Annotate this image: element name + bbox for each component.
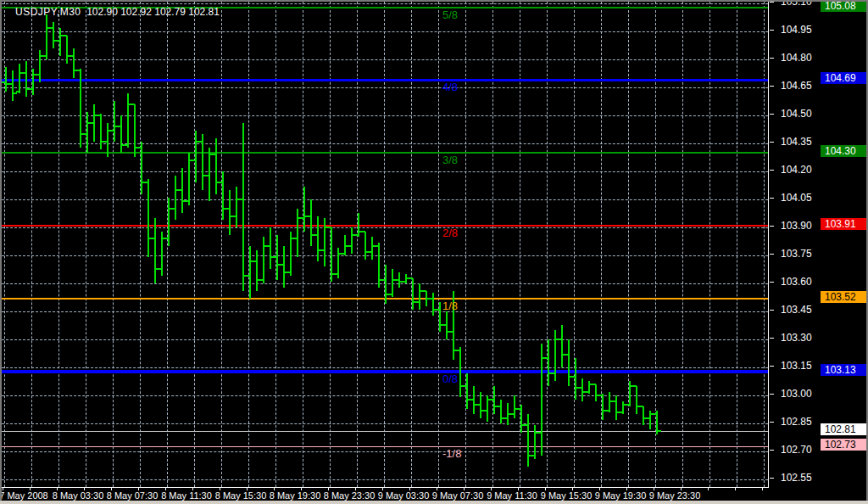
price-axis-tick xyxy=(770,198,774,199)
murrey-label-2-8: 2/8 xyxy=(442,227,458,238)
price-axis-label: 103.30 xyxy=(781,332,832,344)
price-level-badge: 103.52 xyxy=(821,291,868,303)
price-level-badge: 104.30 xyxy=(821,145,868,157)
time-axis-tick xyxy=(762,488,763,490)
price-axis-tick xyxy=(770,338,774,339)
price-axis-tick xyxy=(770,142,774,143)
window-border-bottom xyxy=(0,501,868,504)
murrey-label--1-8: -1/8 xyxy=(442,448,461,459)
ohlc-bar-path xyxy=(2,14,661,467)
price-axis-tick xyxy=(770,310,774,311)
price-axis-label: 104.20 xyxy=(781,164,832,176)
price-axis-label: 102.55 xyxy=(781,472,832,484)
time-axis-label: 9 May 23:30 xyxy=(639,490,710,501)
price-axis-tick xyxy=(770,478,774,479)
symbol-period-label: USDJPY,M30 xyxy=(15,6,81,18)
price-axis-tick xyxy=(770,58,774,59)
chart-plot-area[interactable]: USDJPY,M30 102.90 102.92 102.79 102.81 5… xyxy=(2,2,768,487)
price-axis-tick xyxy=(770,30,774,31)
window-border-top xyxy=(0,0,868,2)
price-axis-tick xyxy=(770,170,774,171)
price-level-badge: 104.69 xyxy=(821,72,868,84)
price-axis-label: 104.50 xyxy=(781,108,832,120)
ohlc-readout: 102.90 102.92 102.79 102.81 xyxy=(86,6,220,18)
price-axis-tick xyxy=(770,422,774,423)
price-axis-tick xyxy=(770,366,774,367)
price-axis-tick xyxy=(770,86,774,87)
chart-title: USDJPY,M30 102.90 102.92 102.79 102.81 xyxy=(15,6,220,18)
price-axis-label: 104.80 xyxy=(781,52,832,64)
price-axis-tick xyxy=(770,226,774,227)
price-axis-tick xyxy=(770,282,774,283)
price-axis-tick xyxy=(770,114,774,115)
price-level-badge: 102.73 xyxy=(821,439,868,451)
price-axis-label: 103.75 xyxy=(781,248,832,260)
time-axis-tick xyxy=(735,488,736,490)
window-border-left xyxy=(0,0,2,504)
price-level-badge: 103.13 xyxy=(821,364,868,376)
price-axis-tick xyxy=(770,450,774,451)
mt4-chart-window: USDJPY,M30 102.90 102.92 102.79 102.81 5… xyxy=(0,0,868,504)
price-axis[interactable]: 105.10104.95104.80104.65104.50104.35104.… xyxy=(769,0,868,501)
price-axis-tick xyxy=(770,2,774,3)
price-axis-label: 103.60 xyxy=(781,276,832,288)
murrey-label-0-8: 0/8 xyxy=(442,373,458,384)
ohlc-bars xyxy=(2,2,768,487)
bid-price-badge: 102.81 xyxy=(821,423,868,435)
murrey-label-3-8: 3/8 xyxy=(442,154,458,165)
price-axis-label: 104.05 xyxy=(781,192,832,204)
murrey-label-4-8: 4/8 xyxy=(442,81,458,92)
price-axis-tick xyxy=(770,254,774,255)
price-axis-label: 104.95 xyxy=(781,24,832,36)
price-level-badge: 103.91 xyxy=(821,218,868,230)
price-axis-tick xyxy=(770,394,774,395)
price-axis-label: 103.00 xyxy=(781,388,832,400)
murrey-label-5-8: 5/8 xyxy=(442,9,458,20)
price-axis-label: 103.45 xyxy=(781,304,832,316)
price-level-badge: 105.08 xyxy=(821,0,868,12)
murrey-label-1-8: 1/8 xyxy=(442,300,458,311)
